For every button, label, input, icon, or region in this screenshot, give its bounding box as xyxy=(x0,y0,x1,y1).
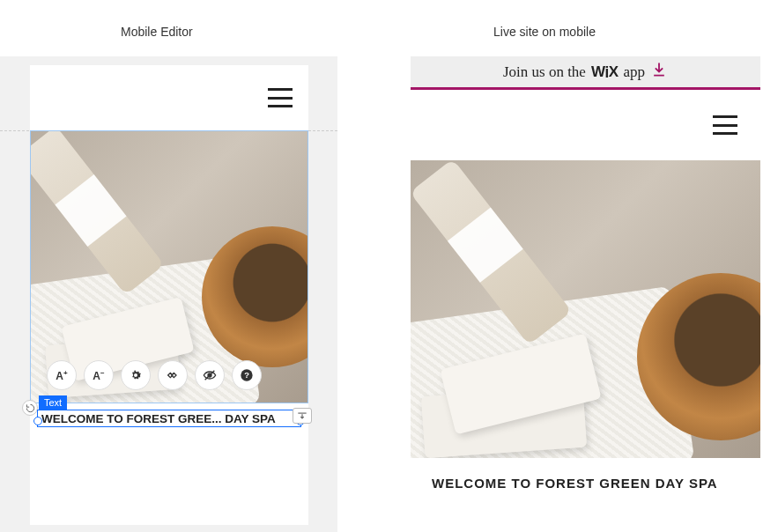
heading-text: WELCOME TO FOREST GREEN DAY SPA xyxy=(411,458,760,494)
font-increase-button[interactable]: A+ xyxy=(47,360,77,390)
heading-text[interactable]: WELCOME TO FOREST GREE... DAY SPA xyxy=(41,411,277,426)
banner-text-prefix: Join us on the xyxy=(503,63,586,81)
hero-image xyxy=(411,160,760,458)
wix-app-banner[interactable]: Join us on the WiX app xyxy=(411,56,760,90)
menu-icon[interactable] xyxy=(268,88,293,107)
hero-image-element[interactable]: A+ A− ? xyxy=(30,130,308,403)
site-header xyxy=(411,90,760,160)
text-element-selected[interactable]: Text WELCOME TO FOREST GREE... DAY SPA xyxy=(30,405,308,432)
element-type-tag: Text xyxy=(39,395,67,410)
settings-button[interactable] xyxy=(121,360,151,390)
resize-handle-left[interactable] xyxy=(33,417,42,425)
menu-icon[interactable] xyxy=(713,115,737,135)
stretch-icon[interactable] xyxy=(293,408,312,424)
font-decrease-button[interactable]: A− xyxy=(84,360,114,390)
animation-button[interactable] xyxy=(158,360,188,390)
undo-icon[interactable] xyxy=(22,400,38,416)
column-label-live: Live site on mobile xyxy=(493,25,596,39)
mobile-editor-frame: A+ A− ? xyxy=(30,65,308,525)
banner-text-suffix: app xyxy=(624,63,646,81)
editor-panel: A+ A− ? xyxy=(0,56,337,532)
help-button[interactable]: ? xyxy=(232,360,262,390)
download-icon xyxy=(650,61,668,83)
element-toolbar: A+ A− ? xyxy=(47,360,262,390)
wix-logo-text: WiX xyxy=(591,63,619,81)
svg-text:?: ? xyxy=(244,371,249,380)
column-label-editor: Mobile Editor xyxy=(121,25,193,39)
site-header xyxy=(30,65,308,130)
hide-button[interactable] xyxy=(195,360,225,390)
live-preview-panel: Join us on the WiX app WELCOME TO FOREST… xyxy=(411,56,760,532)
